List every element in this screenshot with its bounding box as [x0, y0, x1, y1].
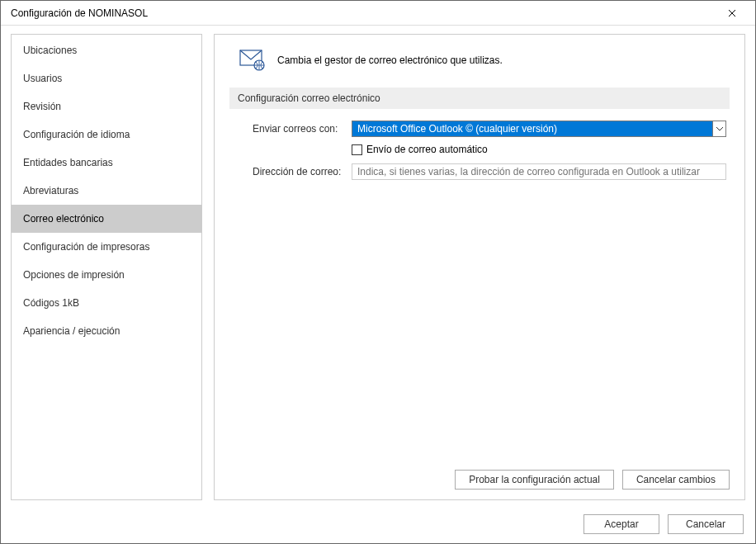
send-with-label: Enviar correos con:	[253, 123, 352, 135]
sidebar-item-abreviaturas[interactable]: Abreviaturas	[12, 177, 201, 205]
window-title: Configuración de NOMINASOL	[11, 7, 716, 19]
close-button[interactable]	[716, 2, 749, 25]
sidebar-item-label: Códigos 1kB	[23, 297, 79, 309]
dialog-body: Ubicaciones Usuarios Revisión Configurac…	[1, 26, 755, 505]
test-config-button[interactable]: Probar la configuración actual	[455, 470, 614, 490]
chevron-down-icon	[716, 127, 723, 131]
send-with-combo[interactable]: Microsoft Office Outlook © (cualquier ve…	[352, 121, 726, 137]
button-label: Probar la configuración actual	[469, 474, 600, 485]
sidebar: Ubicaciones Usuarios Revisión Configurac…	[11, 34, 202, 500]
titlebar: Configuración de NOMINASOL	[1, 1, 755, 26]
sidebar-item-label: Usuarios	[23, 73, 62, 84]
sidebar-item-label: Opciones de impresión	[23, 269, 125, 281]
sidebar-item-label: Abreviaturas	[23, 185, 78, 196]
cancel-changes-button[interactable]: Cancelar cambios	[622, 470, 730, 490]
sidebar-item-revision[interactable]: Revisión	[12, 92, 201, 121]
content-panel: Cambia el gestor de correo electrónico q…	[214, 34, 745, 500]
close-icon	[728, 9, 736, 17]
content-header-text: Cambia el gestor de correo electrónico q…	[277, 54, 503, 66]
cancel-button[interactable]: Cancelar	[668, 514, 744, 534]
button-label: Cancelar cambios	[636, 474, 716, 485]
sidebar-item-label: Correo electrónico	[23, 213, 104, 225]
email-input[interactable]	[352, 163, 726, 180]
button-label: Aceptar	[604, 518, 638, 530]
combo-arrow-button[interactable]	[713, 121, 726, 137]
sidebar-item-impresoras[interactable]: Configuración de impresoras	[12, 233, 201, 261]
sidebar-item-entidades[interactable]: Entidades bancarias	[12, 149, 201, 177]
send-with-value: Microsoft Office Outlook © (cualquier ve…	[352, 121, 713, 137]
sidebar-item-codigos[interactable]: Códigos 1kB	[12, 289, 201, 317]
sidebar-item-idioma[interactable]: Configuración de idioma	[12, 121, 201, 149]
content-header: Cambia el gestor de correo electrónico q…	[229, 50, 730, 71]
section-title: Configuración correo electrónico	[229, 88, 730, 109]
sidebar-item-label: Apariencia / ejecución	[23, 325, 120, 337]
email-label: Dirección de correo:	[253, 166, 352, 177]
content-button-row: Probar la configuración actual Cancelar …	[229, 470, 730, 490]
auto-send-checkbox[interactable]	[352, 144, 362, 155]
auto-send-row: Envío de correo automático	[352, 144, 726, 155]
dialog-footer: Aceptar Cancelar	[1, 505, 755, 543]
sidebar-item-label: Revisión	[23, 101, 61, 112]
config-dialog: Configuración de NOMINASOL Ubicaciones U…	[0, 0, 756, 544]
email-row: Dirección de correo:	[253, 163, 726, 180]
sidebar-item-apariencia[interactable]: Apariencia / ejecución	[12, 317, 201, 345]
mail-globe-icon	[239, 50, 266, 71]
ok-button[interactable]: Aceptar	[584, 514, 659, 534]
form-area: Enviar correos con: Microsoft Office Out…	[229, 121, 730, 187]
sidebar-item-ubicaciones[interactable]: Ubicaciones	[12, 36, 201, 64]
auto-send-label[interactable]: Envío de correo automático	[366, 144, 488, 155]
sidebar-item-label: Configuración de idioma	[23, 129, 130, 140]
sidebar-item-correo[interactable]: Correo electrónico	[12, 205, 201, 233]
sidebar-item-label: Ubicaciones	[23, 45, 77, 56]
send-with-row: Enviar correos con: Microsoft Office Out…	[253, 121, 726, 137]
button-label: Cancelar	[686, 518, 725, 530]
sidebar-item-opciones-impresion[interactable]: Opciones de impresión	[12, 261, 201, 289]
sidebar-item-label: Entidades bancarias	[23, 157, 113, 168]
sidebar-item-label: Configuración de impresoras	[23, 241, 149, 253]
sidebar-item-usuarios[interactable]: Usuarios	[12, 64, 201, 92]
